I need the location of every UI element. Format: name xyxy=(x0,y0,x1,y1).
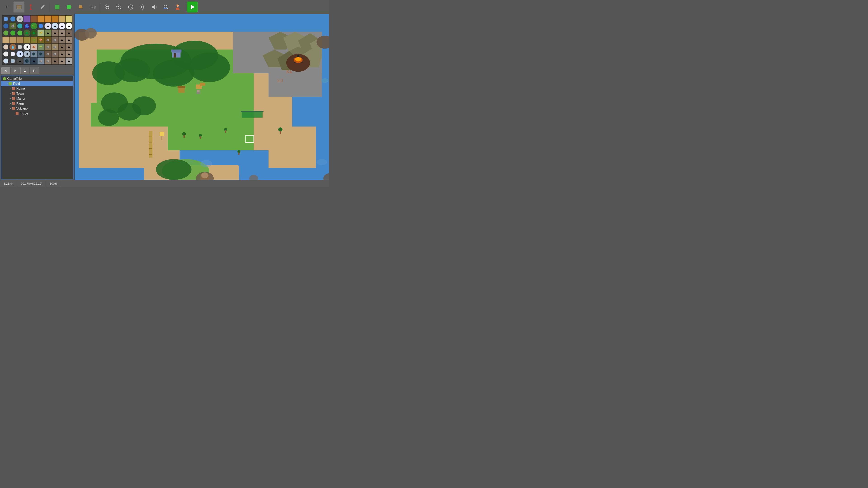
map-view[interactable]: Kk kill xyxy=(74,14,329,180)
tile-cell[interactable]: 🌲 xyxy=(24,30,30,36)
tile-cell[interactable]: ⛰ xyxy=(66,30,72,36)
fill-tool-button[interactable] xyxy=(52,2,63,12)
tile-cell[interactable]: 🌲 xyxy=(31,30,37,36)
tile-cell[interactable]: ☁ xyxy=(17,58,23,64)
tile-cell[interactable] xyxy=(24,15,30,22)
tile-cell[interactable]: ⛰ xyxy=(66,58,72,64)
tile-cell[interactable]: 🌑 xyxy=(24,58,30,64)
tile-cell[interactable] xyxy=(44,15,51,22)
tile-cell[interactable] xyxy=(37,15,44,22)
tile-cell[interactable] xyxy=(2,37,9,43)
tile-cell[interactable] xyxy=(3,59,8,64)
tab-a-button[interactable]: A xyxy=(1,67,10,74)
tile-cell[interactable]: ⛰ xyxy=(44,30,51,36)
tile-cell[interactable] xyxy=(39,24,43,28)
tile-cell[interactable]: 🍄 xyxy=(37,37,44,43)
tile-cell[interactable]: ☁ xyxy=(59,23,65,29)
tile-cell[interactable]: 🌱 xyxy=(37,43,44,51)
tile-cell[interactable]: 🪨 xyxy=(9,23,16,29)
tile-cell[interactable]: ⛰ xyxy=(52,30,58,36)
tile-cell[interactable]: 💧 xyxy=(9,43,16,51)
tile-cell[interactable]: 🌑 xyxy=(31,51,37,57)
map-tree[interactable]: 🟢 GameTitle − 🟩 Field − 🟫 Home + 🟫 Town xyxy=(1,76,73,180)
pencil-tool-button[interactable] xyxy=(37,2,48,12)
tile-cell[interactable] xyxy=(18,24,22,29)
tab-r-button[interactable]: R xyxy=(30,67,39,74)
tile-cell[interactable] xyxy=(3,24,8,29)
tile-cell[interactable]: ❄ xyxy=(17,15,23,22)
tile-cell[interactable] xyxy=(52,15,58,22)
tree-item-inside[interactable]: 🟫 Inside xyxy=(1,111,73,116)
tile-cell[interactable]: ❄ xyxy=(24,51,30,57)
tile-cell[interactable]: ⛰ xyxy=(59,58,65,64)
tile-cell[interactable] xyxy=(3,31,8,35)
search-map-button[interactable] xyxy=(160,2,171,12)
tile-cell[interactable] xyxy=(10,17,16,22)
tree-item-farm[interactable]: + 🟫 Farm xyxy=(1,101,73,106)
tile-cell[interactable]: ⛰ xyxy=(52,58,58,64)
tile-cell[interactable]: ⛰ xyxy=(66,43,72,51)
tile-cell[interactable] xyxy=(4,17,8,21)
tree-item-home[interactable]: − 🟫 Home xyxy=(1,86,73,91)
character-button[interactable] xyxy=(172,2,183,12)
tile-cell[interactable]: ⛰ xyxy=(66,37,72,43)
tree-item-town[interactable]: + 🟫 Town xyxy=(1,91,73,96)
tile-cell[interactable]: ⛰ xyxy=(59,37,65,43)
zoom-reset-button[interactable]: 1:1 xyxy=(125,2,136,12)
tile-cell[interactable]: 🌿 xyxy=(31,37,37,43)
tile-cell[interactable]: 🪨 xyxy=(37,58,44,64)
map-tool-button[interactable] xyxy=(13,2,24,12)
tile-cell[interactable]: 🌀 xyxy=(24,23,30,29)
tile-cell[interactable] xyxy=(3,52,8,57)
camera-tool-button[interactable] xyxy=(87,2,98,12)
play-button[interactable] xyxy=(187,2,198,12)
tile-cell[interactable]: 🪨 xyxy=(52,37,58,43)
tree-item-field[interactable]: − 🟩 Field xyxy=(1,81,73,86)
tile-palette[interactable]: ❄ 🪨 🌀 🌿 ☁ ☁ ☁ ☁ 🌲 🌲 🌾 ⛰ xyxy=(2,15,72,65)
tile-cell[interactable]: ⛰ xyxy=(59,43,65,51)
zoom-out-button[interactable] xyxy=(114,2,124,12)
tile-cell[interactable] xyxy=(31,15,37,22)
tile-cell[interactable] xyxy=(18,45,22,49)
tile-cell[interactable]: ☁ xyxy=(44,23,51,29)
tile-cell[interactable] xyxy=(59,15,65,22)
tile-cell[interactable]: 🌿 xyxy=(31,23,37,29)
tile-cell[interactable]: ☁ xyxy=(66,23,72,29)
tab-b-button[interactable]: B xyxy=(11,67,20,74)
tab-c-button[interactable]: C xyxy=(20,67,29,74)
tile-cell[interactable]: 🍂 xyxy=(31,43,37,51)
tree-item-manor[interactable]: + 🟫 Manor xyxy=(1,96,73,101)
tile-cell[interactable] xyxy=(66,15,72,22)
tile-cell[interactable] xyxy=(17,37,23,43)
tile-cell[interactable]: 🪨 xyxy=(44,43,51,51)
settings-button[interactable] xyxy=(137,2,148,12)
tile-cell[interactable]: ☁ xyxy=(52,23,58,29)
undo-button[interactable]: ↩ xyxy=(2,2,13,12)
circle-tool-button[interactable] xyxy=(64,2,74,12)
tile-cell[interactable] xyxy=(18,31,22,35)
tile-cell[interactable] xyxy=(11,59,15,63)
tile-cell[interactable] xyxy=(11,52,15,56)
tile-cell[interactable]: ⛰ xyxy=(31,58,37,64)
tile-cell[interactable]: 🪨 xyxy=(44,51,51,57)
tile-cell[interactable]: 🪨 xyxy=(52,43,58,51)
tile-cell[interactable] xyxy=(10,31,16,35)
tile-cell[interactable]: 🌑 xyxy=(37,51,44,57)
zoom-in-button[interactable] xyxy=(102,2,113,12)
tree-item-gametitle[interactable]: 🟢 GameTitle xyxy=(1,76,73,81)
tile-cell[interactable]: ⛰ xyxy=(59,30,65,36)
tile-cell[interactable]: ⛰ xyxy=(66,51,72,57)
tile-cell[interactable]: 🌾 xyxy=(37,30,44,36)
event-tool-button[interactable] xyxy=(25,2,36,12)
tile-cell[interactable]: ⛰ xyxy=(59,51,65,57)
tile-cell[interactable] xyxy=(9,37,16,43)
audio-button[interactable] xyxy=(149,2,160,12)
tile-cell[interactable]: 🪨 xyxy=(52,51,58,57)
tile-cell[interactable]: 🪨 xyxy=(44,37,51,43)
bucket-tool-button[interactable] xyxy=(75,2,86,12)
tile-cell[interactable]: ❄ xyxy=(17,51,23,57)
tree-item-volcano[interactable]: + 🟫 Volcano xyxy=(1,106,73,111)
tile-cell[interactable]: 🪨 xyxy=(44,58,51,64)
tile-cell[interactable] xyxy=(3,44,8,50)
tile-cell[interactable]: ❄ xyxy=(24,43,30,51)
